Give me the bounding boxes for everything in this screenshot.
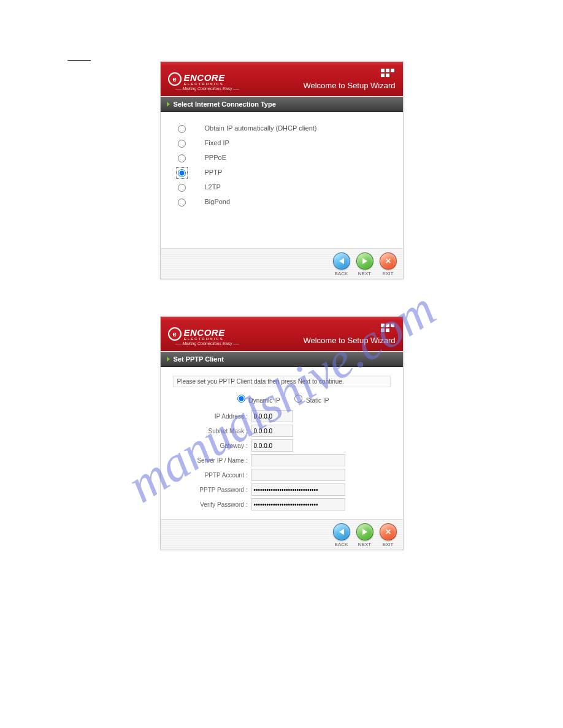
header-welcome: Welcome to Setup Wizard [303, 336, 395, 345]
back-arrow-icon [333, 523, 350, 540]
radio-bigpond-input[interactable] [178, 199, 186, 207]
brand-main: ENCORE [184, 73, 225, 82]
pptp-account-input[interactable] [251, 469, 345, 481]
back-button[interactable]: BACK [333, 523, 350, 547]
logo-mark-icon: e [168, 72, 182, 86]
radio-dynamic-ip[interactable]: Dynamic IP [234, 397, 280, 404]
exit-button[interactable]: ✕ EXIT [380, 523, 397, 547]
brand-logo: e ENCORE ELECTRONICS Making Connections … [168, 327, 225, 341]
next-button[interactable]: NEXT [356, 252, 373, 276]
dynamic-ip-label: Dynamic IP [248, 397, 280, 404]
radio-static-ip[interactable]: Static IP [291, 397, 329, 404]
pptp-password-input[interactable] [251, 483, 345, 496]
exit-x-icon: ✕ [380, 252, 397, 270]
gateway-input[interactable] [251, 439, 293, 452]
back-label: BACK [335, 271, 348, 276]
panel-header: e ENCORE ELECTRONICS Making Connections … [161, 317, 403, 351]
radio-option-pppoe[interactable]: PPPoE [174, 150, 394, 165]
row-ip-address: IP Address : [169, 409, 394, 423]
radio-option-l2tp[interactable]: L2TP [174, 180, 394, 194]
radio-label: PPTP [205, 169, 223, 176]
radio-option-fixed-ip[interactable]: Fixed IP [174, 135, 394, 150]
dynamic-ip-radio[interactable] [237, 395, 245, 403]
connection-type-radio-group: Obtain IP automatically (DHCP client) Fi… [169, 121, 394, 209]
section-title-text: Set PPTP Client [174, 355, 224, 363]
brand-logo: e ENCORE ELECTRONICS Making Connections … [168, 72, 225, 86]
verify-password-input[interactable] [251, 498, 345, 510]
exit-label: EXIT [383, 271, 394, 276]
subnet-mask-input[interactable] [251, 425, 293, 437]
radio-label: L2TP [205, 183, 221, 191]
grid-icon [381, 69, 396, 77]
static-ip-radio[interactable] [294, 395, 302, 403]
panel-header: e ENCORE ELECTRONICS Making Connections … [161, 62, 403, 96]
back-arrow-icon [333, 252, 350, 270]
section-title-text: Select Internet Connection Type [174, 100, 276, 108]
instruction-text: Please set you PPTP Client data then pre… [173, 376, 391, 387]
section-title: Set PPTP Client [161, 351, 403, 367]
next-label: NEXT [358, 542, 371, 547]
pptp-account-label: PPTP Account : [169, 472, 248, 479]
subnet-mask-label: Subnet Mask : [169, 428, 248, 434]
back-label: BACK [335, 542, 348, 547]
next-button[interactable]: NEXT [356, 523, 373, 547]
server-ip-label: Server IP / Name : [169, 457, 248, 464]
radio-l2tp-input[interactable] [178, 184, 186, 192]
radio-label: PPPoE [205, 154, 226, 161]
exit-label: EXIT [383, 542, 394, 547]
radio-option-dhcp[interactable]: Obtain IP automatically (DHCP client) [174, 121, 394, 135]
panel-footer: BACK NEXT ✕ EXIT [161, 519, 403, 550]
wizard-panel-pptp-client: e ENCORE ELECTRONICS Making Connections … [160, 316, 404, 550]
radio-fixedip-input[interactable] [178, 140, 186, 148]
row-pptp-password: PPTP Password : [169, 482, 394, 497]
gateway-label: Gateway : [169, 442, 248, 449]
verify-password-label: Verify Password : [169, 501, 248, 508]
radio-label: BigPond [205, 198, 231, 205]
row-verify-password: Verify Password : [169, 497, 394, 512]
brand-tagline: Making Connections Easy [174, 86, 241, 91]
row-gateway: Gateway : [169, 438, 394, 453]
server-ip-input[interactable] [251, 454, 345, 466]
radio-pptp-input[interactable] [178, 169, 186, 177]
ip-address-input[interactable] [251, 410, 293, 422]
exit-x-icon: ✕ [380, 523, 397, 540]
pptp-password-label: PPTP Password : [169, 487, 248, 493]
radio-pppoe-input[interactable] [178, 154, 186, 162]
next-label: NEXT [358, 271, 371, 276]
ip-mode-group: Dynamic IP Static IP [169, 391, 394, 409]
section-title: Select Internet Connection Type [161, 96, 403, 112]
header-welcome: Welcome to Setup Wizard [303, 81, 395, 90]
page-underline [67, 60, 91, 61]
radio-label: Obtain IP automatically (DHCP client) [205, 124, 317, 132]
exit-button[interactable]: ✕ EXIT [380, 252, 397, 276]
grid-icon [381, 324, 396, 332]
radio-option-pptp[interactable]: PPTP [174, 165, 394, 180]
panel-footer: BACK NEXT ✕ EXIT [161, 248, 403, 279]
back-button[interactable]: BACK [333, 252, 350, 276]
row-server-ip: Server IP / Name : [169, 453, 394, 468]
row-pptp-account: PPTP Account : [169, 468, 394, 482]
brand-main: ENCORE [184, 328, 225, 337]
next-arrow-icon [356, 252, 373, 270]
ip-address-label: IP Address : [169, 413, 248, 420]
wizard-panel-connection-type: e ENCORE ELECTRONICS Making Connections … [160, 61, 404, 279]
next-arrow-icon [356, 523, 373, 540]
radio-label: Fixed IP [205, 139, 229, 146]
brand-sub: ELECTRONICS [184, 337, 225, 341]
row-subnet-mask: Subnet Mask : [169, 423, 394, 438]
brand-tagline: Making Connections Easy [174, 341, 241, 346]
radio-dhcp-input[interactable] [178, 125, 186, 133]
logo-mark-icon: e [168, 327, 182, 341]
radio-option-bigpond[interactable]: BigPond [174, 194, 394, 209]
brand-sub: ELECTRONICS [184, 82, 225, 86]
static-ip-label: Static IP [306, 397, 329, 404]
